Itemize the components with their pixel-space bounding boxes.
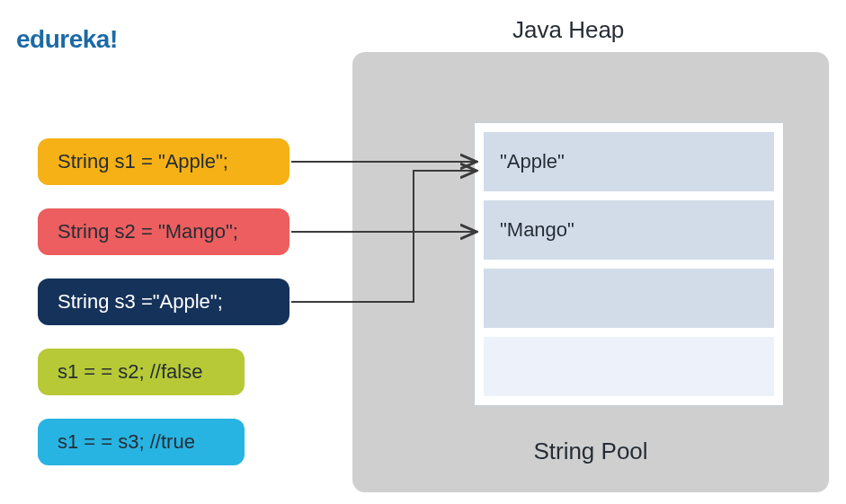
code-s1-declaration: String s1 = "Apple";	[38, 138, 289, 185]
pool-entry-empty-2	[484, 337, 774, 396]
heap-title: Java Heap	[512, 16, 624, 44]
string-pool-box: "Apple" "Mango"	[474, 122, 784, 406]
string-pool-label: String Pool	[352, 438, 829, 465]
pool-entry-apple: "Apple"	[484, 132, 774, 191]
code-s1-eq-s2: s1 = = s2; //false	[38, 349, 245, 395]
code-s3-declaration: String s3 ="Apple";	[38, 279, 289, 325]
logo: edureka!	[16, 25, 118, 54]
java-heap-region: "Apple" "Mango" String Pool	[352, 52, 829, 492]
code-s2-declaration: String s2 = "Mango";	[38, 208, 289, 255]
code-s1-eq-s3: s1 = = s3; //true	[38, 419, 245, 465]
pool-entry-empty-1	[484, 269, 774, 328]
pool-entry-mango: "Mango"	[484, 200, 774, 260]
